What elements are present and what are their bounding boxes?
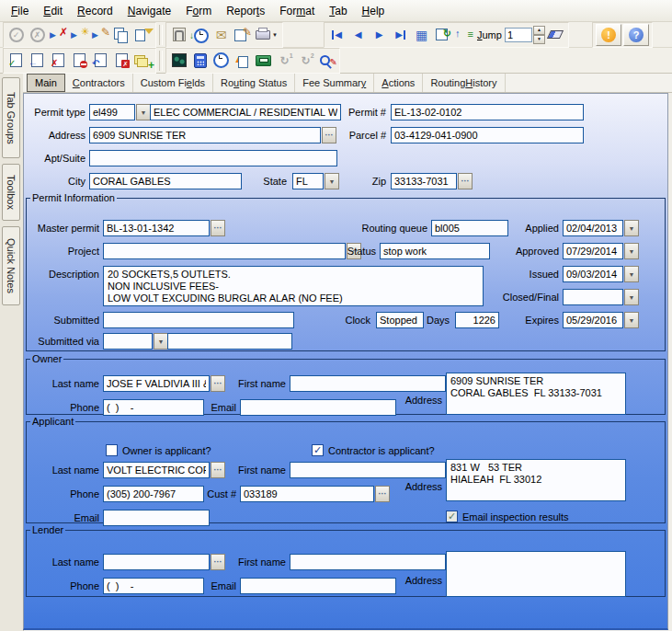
submitted-via-dropdown-icon[interactable] [154, 333, 168, 350]
project-field[interactable] [103, 243, 346, 259]
lender-address-box[interactable] [446, 551, 626, 597]
zip-combo[interactable] [391, 173, 473, 189]
closed-final-dropdown-icon[interactable] [624, 289, 639, 305]
cancel-record-button[interactable]: ✗ [27, 25, 48, 45]
applicant-first-name-field[interactable] [290, 462, 446, 478]
owner-last-name-combo[interactable] [103, 375, 225, 392]
approve-document-button[interactable]: ✓ [6, 51, 27, 71]
time-button[interactable] [211, 51, 232, 71]
applied-date-field[interactable] [563, 220, 623, 236]
sync-1-button[interactable]: ↻1 [274, 51, 295, 71]
applicant-address-box[interactable]: 831 W 53 TER HIALEAH FL 33012 [446, 459, 626, 501]
applicant-cust-combo[interactable] [240, 486, 390, 502]
side-tab-quick-notes[interactable]: Quick Notes [2, 226, 20, 305]
delete-record-button[interactable]: ▶✗ [48, 25, 69, 45]
jump-spinner[interactable]: ▲▼ [533, 26, 545, 44]
owner-last-name-field[interactable] [103, 375, 210, 392]
state-combo[interactable] [292, 173, 339, 189]
eraser-button[interactable] [545, 25, 566, 45]
address-combo[interactable] [89, 127, 336, 143]
tab-actions[interactable]: Actions [374, 74, 423, 92]
jump-spin-down-icon[interactable]: ▼ [533, 35, 545, 44]
refresh-button[interactable]: ↻ [432, 25, 453, 45]
menu-format[interactable]: Format [272, 3, 322, 19]
applicant-cust-field[interactable] [240, 486, 374, 502]
owner-phone-field[interactable] [103, 399, 204, 416]
submitted-via-text-field[interactable] [167, 333, 292, 350]
copy-hot-button[interactable]: ▲ [232, 51, 253, 71]
parcel-field[interactable] [391, 127, 584, 143]
menu-tab[interactable]: Tab [322, 3, 354, 19]
state-input[interactable] [292, 173, 324, 189]
next-record-button[interactable]: ▶ [369, 25, 390, 45]
approved-dropdown-icon[interactable] [624, 243, 639, 259]
tab-custom-fields[interactable]: Custom Fields [133, 74, 213, 92]
clock-field[interactable] [376, 312, 424, 328]
cancel-document-button[interactable]: ✗ [111, 51, 132, 71]
lender-email-field[interactable] [240, 578, 396, 594]
applicant-lookup-icon[interactable] [211, 462, 225, 478]
applied-dropdown-icon[interactable] [624, 220, 639, 236]
approved-date-combo[interactable] [563, 243, 639, 259]
print-button[interactable]: ▼ [253, 25, 280, 45]
menu-help[interactable]: Help [355, 3, 393, 19]
permit-type-desc-field[interactable] [150, 104, 341, 120]
submitted-field[interactable] [103, 312, 294, 328]
add-note-button[interactable]: + [132, 51, 154, 71]
lender-lookup-icon[interactable] [211, 554, 225, 570]
zip-lookup-icon[interactable] [458, 173, 473, 189]
status-field[interactable] [380, 243, 490, 259]
cash-register-button[interactable] [253, 51, 274, 71]
tab-routing-status[interactable]: Routing Status [213, 74, 295, 92]
tab-contractors[interactable]: Contractors [65, 74, 133, 92]
alert-button[interactable]: ! [596, 24, 621, 46]
send-mail-button[interactable]: ✉ [211, 25, 232, 45]
reject-document-button[interactable]: ✗ [48, 51, 69, 71]
tab-main[interactable]: Main [27, 74, 65, 92]
menu-form[interactable]: Form [178, 3, 219, 19]
issued-dropdown-icon[interactable] [624, 266, 639, 282]
sort-button[interactable]: ↑≡ [453, 25, 474, 45]
applicant-last-name-combo[interactable] [103, 462, 225, 478]
first-record-button[interactable]: ◀ [326, 25, 347, 45]
address-field[interactable] [89, 127, 321, 143]
new-record-button[interactable]: ▶✳ [69, 25, 90, 45]
menu-record[interactable]: Record [70, 3, 120, 19]
previous-record-button[interactable]: ◀ [347, 25, 369, 45]
closed-final-date-combo[interactable] [563, 289, 639, 305]
owner-lookup-icon[interactable] [211, 375, 225, 392]
expires-date-combo[interactable] [563, 312, 639, 328]
project-combo[interactable] [103, 243, 361, 259]
menu-edit[interactable]: Edit [36, 3, 70, 19]
master-permit-lookup-icon[interactable] [211, 220, 225, 236]
submitted-via-combo[interactable] [103, 333, 168, 350]
attachments-button[interactable] [168, 25, 189, 45]
sync-2-button[interactable]: ↻2 [295, 51, 316, 71]
permit-type-dropdown-icon[interactable] [136, 104, 151, 120]
search-records-button[interactable]: ✎ [316, 51, 337, 71]
owner-first-name-field[interactable] [290, 375, 446, 392]
menu-file[interactable]: File [4, 3, 36, 19]
description-box[interactable]: 20 SOCKETS,5 OUTLETS. NON INCLUSIVE FEES… [103, 266, 484, 306]
owner-email-field[interactable] [240, 399, 396, 416]
applicant-cust-lookup-icon[interactable] [375, 486, 390, 502]
issued-date-combo[interactable] [563, 266, 639, 282]
help-button[interactable]: ? [623, 24, 649, 46]
history-button[interactable]: ↓ [189, 25, 211, 45]
expires-date-field[interactable] [563, 312, 623, 328]
stop-document-button[interactable] [69, 51, 90, 71]
accept-record-button[interactable]: ✓ [6, 25, 27, 45]
tab-routing-history[interactable]: Routing History [423, 74, 505, 92]
applied-date-combo[interactable] [563, 220, 639, 236]
tab-fee-summary[interactable]: Fee Summary [295, 74, 374, 92]
submitted-via-select[interactable] [103, 333, 153, 350]
jump-spin-up-icon[interactable]: ▲ [533, 26, 545, 35]
return-document-button[interactable]: ← [27, 51, 48, 71]
edit-record-button[interactable]: ▶✎ [90, 25, 111, 45]
lender-last-name-combo[interactable] [103, 554, 225, 570]
applicant-phone-field[interactable] [103, 486, 204, 502]
jump-input[interactable] [505, 28, 532, 42]
lender-phone-field[interactable] [103, 578, 204, 594]
notes-button[interactable]: ✎ [232, 25, 253, 45]
permit-number-field[interactable] [391, 104, 584, 120]
